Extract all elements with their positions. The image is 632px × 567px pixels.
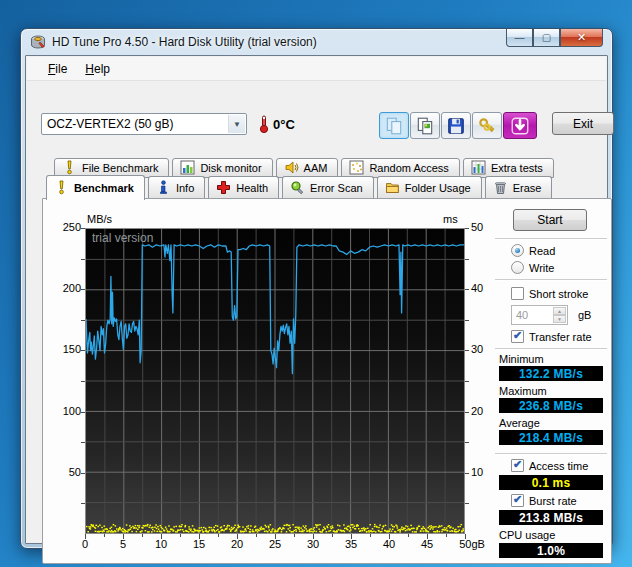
y-axis-tick [465, 473, 469, 474]
transfer-rate-checkbox-control[interactable] [511, 330, 524, 343]
y-axis-tick [465, 381, 469, 382]
download-arrow-icon [510, 116, 530, 136]
short-stroke-size-input[interactable]: 40 ▲▼ [511, 305, 568, 325]
x-axis-tick [446, 534, 447, 537]
short-stroke-checkbox[interactable]: Short stroke [511, 287, 588, 300]
x-axis-tick [104, 534, 105, 537]
tab-health[interactable]: Health [208, 176, 279, 199]
tab-benchmark[interactable]: Benchmark [46, 175, 145, 200]
save-screenshot-icon [446, 116, 466, 136]
tab-erase[interactable]: Erase [485, 176, 553, 199]
scatter-icon [349, 160, 364, 175]
folder-icon [385, 180, 400, 195]
tab-label: Benchmark [74, 182, 134, 194]
y-axis-tick [465, 412, 469, 413]
minimize-button[interactable]: — [506, 29, 533, 47]
benchmark-chart: trial version [85, 228, 465, 534]
app-window: HD Tune Pro 4.50 - Hard Disk Utility (tr… [20, 28, 613, 549]
x-axis-tick-label: 20 [225, 538, 249, 550]
thermometer-icon [258, 114, 270, 134]
x-axis-tick [389, 534, 390, 539]
menu-item-file[interactable]: File [39, 59, 76, 79]
license-keys-button[interactable] [472, 112, 502, 139]
menu-item-help[interactable]: Help [76, 59, 119, 79]
write-radio[interactable]: Write [511, 261, 554, 274]
y-axis-tick [465, 259, 469, 260]
cpu-usage-value: 1.0% [499, 543, 603, 558]
tab-info[interactable]: Info [148, 176, 205, 199]
transfer-rate-checkbox[interactable]: Transfer rate [511, 330, 592, 343]
tab-row-primary: BenchmarkInfoHealthError ScanFolder Usag… [46, 176, 552, 199]
short-stroke-size: 40 ▲▼ gB [511, 305, 591, 325]
y-axis-tick [465, 350, 469, 351]
tab-label: Random Access [369, 162, 448, 174]
x-axis-tick [332, 534, 333, 537]
y-axis-tick [465, 320, 469, 321]
x-axis-tick [85, 534, 86, 539]
x-axis-tick-label: 5 [111, 538, 135, 550]
average-label: Average [499, 417, 540, 429]
burst-rate-label: Burst rate [529, 495, 577, 507]
x-axis-tick [199, 534, 200, 539]
x-axis-tick-label: 50gB [455, 538, 489, 550]
x-axis-tick [275, 534, 276, 539]
separator [495, 348, 607, 350]
read-radio[interactable]: Read [511, 244, 555, 257]
y-axis-tick [465, 442, 469, 443]
burst-rate-checkbox-control[interactable] [511, 494, 524, 507]
minimum-value: 132.2 MB/s [499, 366, 603, 381]
start-button[interactable]: Start [513, 209, 587, 231]
copy-screenshot-button[interactable] [410, 112, 440, 139]
tab-folder-usage[interactable]: Folder Usage [377, 176, 482, 199]
read-radio-control[interactable] [511, 244, 524, 257]
right-axis-unit: ms [443, 213, 458, 225]
exclamation-icon [54, 180, 69, 195]
burst-rate-checkbox[interactable]: Burst rate [511, 494, 577, 507]
window-controls: — ▢ ✕ [506, 29, 603, 47]
tab-random-access[interactable]: Random Access [341, 158, 459, 178]
ms-axis-tick-label: 10 [471, 466, 501, 478]
x-axis-tick-label: 0 [73, 538, 97, 550]
benchmark-panel: MB/s ms 25020015010050 5040302010 051015… [42, 198, 612, 564]
y-axis-tick [465, 228, 469, 229]
spin-up-icon[interactable]: ▲ [553, 307, 566, 315]
y-axis-tick-label: 100 [49, 405, 81, 417]
left-axis-unit: MB/s [87, 213, 112, 225]
client-area: FileHelp OCZ-VERTEX2 (50 gB) ▼ 0°C Exit … [25, 55, 608, 544]
x-axis-tick [161, 534, 162, 539]
copy-pages-button[interactable] [379, 112, 409, 139]
tab-aam[interactable]: AAM [276, 158, 339, 178]
tab-extra-tests[interactable]: Extra tests [463, 158, 554, 178]
x-axis-tick [142, 534, 143, 537]
access-time-checkbox[interactable]: Access time [511, 459, 588, 472]
x-axis-tick [256, 534, 257, 537]
drive-select[interactable]: OCZ-VERTEX2 (50 gB) ▼ [41, 113, 247, 135]
close-button[interactable]: ✕ [560, 29, 603, 47]
minimum-label: Minimum [499, 353, 544, 365]
tab-disk-monitor[interactable]: Disk monitor [172, 158, 272, 178]
spinner-buttons[interactable]: ▲▼ [553, 307, 566, 323]
x-axis-tick [180, 534, 181, 537]
exit-button[interactable]: Exit [552, 112, 614, 135]
x-axis-tick-label: 45 [415, 538, 439, 550]
speaker-icon [284, 160, 299, 175]
short-stroke-checkbox-control[interactable] [511, 287, 524, 300]
x-axis-tick-label: 35 [339, 538, 363, 550]
spin-down-icon[interactable]: ▼ [553, 315, 566, 323]
x-axis-tick [427, 534, 428, 539]
tab-error-scan[interactable]: Error Scan [282, 176, 374, 199]
access-time-checkbox-control[interactable] [511, 459, 524, 472]
transfer-rate-label: Transfer rate [529, 331, 592, 343]
health-cross-icon [216, 180, 231, 195]
maximize-button[interactable]: ▢ [533, 29, 560, 47]
y-axis-tick-label: 250 [49, 221, 81, 233]
tab-label: File Benchmark [82, 162, 158, 174]
ms-axis-tick-label: 20 [471, 405, 501, 417]
license-keys-icon [477, 116, 497, 136]
write-radio-control[interactable] [511, 261, 524, 274]
save-screenshot-button[interactable] [441, 112, 471, 139]
download-arrow-button[interactable] [503, 112, 537, 139]
x-axis-tick-label: 15 [187, 538, 211, 550]
short-stroke-unit-label: gB [578, 309, 591, 321]
access-time-value: 0.1 ms [499, 475, 603, 490]
